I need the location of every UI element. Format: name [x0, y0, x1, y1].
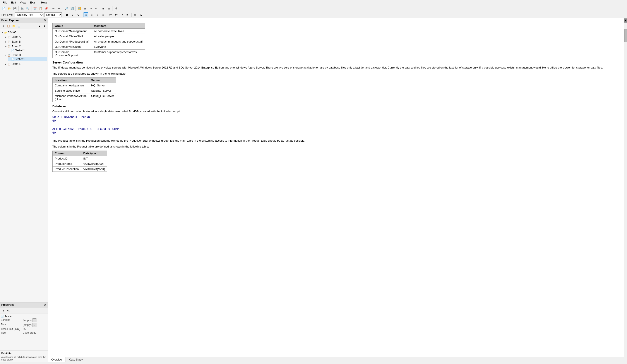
- align-left-button[interactable]: ≡: [84, 12, 88, 17]
- prop-exhibits-btn[interactable]: …: [33, 318, 36, 322]
- prop-timelimit-label: Time Limit (min.): [1, 328, 23, 331]
- table-row: OurDomain \CustomerSupportCustomer suppo…: [52, 50, 145, 58]
- root-expand-icon: ▼: [1, 31, 4, 34]
- tab-overview[interactable]: Overview: [48, 357, 65, 362]
- superscript-button[interactable]: x²: [133, 12, 138, 17]
- exam-a-icon: 📋: [7, 35, 11, 39]
- group-cell: OurDomain \CustomerSupport: [52, 50, 92, 58]
- prop-title-value: Case Study: [23, 331, 47, 334]
- italic-button[interactable]: I: [70, 12, 75, 17]
- tree-exam-d-node[interactable]: ▼ 📋 Exam D: [4, 53, 47, 57]
- new-btn[interactable]: 📄: [1, 6, 6, 11]
- copy-btn[interactable]: 📋: [38, 6, 43, 11]
- special-btn[interactable]: ⚙: [114, 6, 119, 11]
- find-btn[interactable]: 🔎: [64, 6, 69, 11]
- bold-button[interactable]: B: [65, 12, 69, 17]
- exam-a-expand-icon: ▶: [5, 36, 7, 38]
- explorer-btn2[interactable]: 📋: [6, 24, 11, 28]
- exam-b-expand-icon: ▶: [5, 41, 7, 43]
- tree-root-node[interactable]: ▼ 📁 70-465: [1, 31, 47, 35]
- testlet-1-d-node[interactable]: 📄 Testlet 1: [8, 57, 47, 61]
- tree-exam-a-node[interactable]: ▶ 📋 Exam A: [4, 35, 47, 39]
- indent-button[interactable]: ⇥: [120, 12, 124, 17]
- image-btn[interactable]: 🖼️: [77, 6, 82, 11]
- table-row: ProductIDINT: [52, 156, 107, 161]
- table-row: Satellite sales officeSatellite_Server: [52, 88, 116, 93]
- menu-help[interactable]: Help: [40, 0, 49, 4]
- groups-col-members: Members: [92, 23, 145, 29]
- menu-exam[interactable]: Exam: [28, 0, 39, 4]
- unordered-list-button[interactable]: ≔: [108, 12, 113, 17]
- location-cell: Company headquarters: [52, 83, 89, 88]
- scroll-thumb[interactable]: [624, 29, 627, 42]
- open-btn[interactable]: 📂: [6, 6, 12, 11]
- subscript-button[interactable]: x₂: [139, 12, 143, 17]
- exhibits-panel: Exhibits A collection of exhibits associ…: [0, 350, 48, 362]
- menu-edit[interactable]: Edit: [9, 0, 18, 4]
- table-btn[interactable]: ⊞: [82, 6, 88, 11]
- find-replace-btn[interactable]: 🔄: [69, 6, 75, 11]
- prop-tabs-btn[interactable]: …: [33, 323, 36, 327]
- check-btn[interactable]: ✔: [94, 6, 99, 11]
- testlet-1-c-node[interactable]: 📄 Testlet 1: [8, 49, 47, 52]
- tab-case-study[interactable]: Case Study: [66, 357, 86, 362]
- redo-btn[interactable]: ↪: [56, 6, 62, 11]
- explorer-up-btn[interactable]: ▲: [37, 24, 42, 28]
- code2-line2: GO: [52, 131, 620, 134]
- size-select[interactable]: Normal: [44, 12, 62, 17]
- scroll-up-btn[interactable]: ▲: [624, 18, 627, 23]
- collapse-btn[interactable]: ⊟: [106, 6, 112, 11]
- servers-table: Location Server Company headquartersHQ_S…: [52, 77, 116, 102]
- tree-exam-c: ▼ 📋 Exam C 📄 Testlet 1: [4, 44, 47, 53]
- content-scroll[interactable]: Group Members OurDomain\ManagementAll co…: [48, 18, 624, 357]
- font-style-select[interactable]: Ordinary Font: [15, 12, 43, 17]
- outdent-button[interactable]: ⇤: [125, 12, 130, 17]
- frame-btn[interactable]: ▭: [88, 6, 93, 11]
- prop-btn1[interactable]: ⊞: [1, 308, 6, 313]
- exam-c-children: 📄 Testlet 1: [4, 49, 47, 52]
- exam-tree: ▼ 📁 70-465 ▶ 📋 Exam A: [0, 29, 48, 302]
- product-table: Column Data type ProductIDINTProductName…: [52, 151, 107, 172]
- group-cell: OurDomain\Management: [52, 29, 92, 34]
- tree-exam-e-node[interactable]: ▶ 📋 Exam E: [4, 62, 47, 66]
- members-cell: Customer support representatives: [92, 50, 145, 58]
- servers-col-server: Server: [89, 78, 116, 83]
- underline-button[interactable]: U: [76, 12, 81, 17]
- explorer-btn4[interactable]: 📄: [17, 24, 21, 28]
- align-justify-button[interactable]: ≡: [101, 12, 105, 17]
- align-center-button[interactable]: ≡: [89, 12, 94, 17]
- align-right-button[interactable]: ≡: [95, 12, 100, 17]
- exam-explorer-title: Exam Explorer: [1, 19, 20, 22]
- tree-exam-e: ▶ 📋 Exam E: [4, 61, 47, 66]
- table-row: OurDomain\AllUsersEveryone: [52, 44, 145, 50]
- prop-row-tabs: Tabs (empty) …: [1, 323, 47, 327]
- exam-explorer-close[interactable]: ✕: [44, 19, 47, 22]
- sep-fmt: [63, 13, 63, 17]
- ordered-list-button[interactable]: ≔: [114, 12, 119, 17]
- expand-btn[interactable]: ⊞: [101, 6, 106, 11]
- explorer-down-btn[interactable]: ▼: [42, 24, 47, 28]
- tree-exam-c-node[interactable]: ▼ 📋 Exam C: [4, 45, 47, 49]
- group-cell: OurDomain\SalesStaff: [52, 34, 92, 39]
- testlet1d-expand-icon: [8, 58, 11, 60]
- column-cell: ProductDescription: [52, 166, 81, 171]
- prop-btn2[interactable]: A↓: [6, 308, 11, 313]
- exam-b-icon: 📋: [7, 40, 11, 44]
- save-btn[interactable]: 💾: [12, 6, 17, 11]
- exam-c-expand-icon: ▼: [5, 45, 7, 48]
- location-cell: Satellite sales office: [52, 88, 89, 93]
- cut-btn[interactable]: ✂️: [32, 6, 38, 11]
- explorer-btn1[interactable]: 🖥: [1, 24, 6, 28]
- undo-btn[interactable]: ↩: [51, 6, 56, 11]
- code1-line2: GO: [52, 119, 620, 122]
- menu-file[interactable]: File: [1, 0, 9, 4]
- menu-view[interactable]: View: [18, 0, 28, 4]
- properties-close[interactable]: ✕: [44, 303, 47, 307]
- prop-section-label: Testlet: [5, 315, 12, 317]
- print-btn[interactable]: 🖨️: [19, 6, 25, 11]
- explorer-btn3[interactable]: 📁: [11, 24, 16, 28]
- print-preview-btn[interactable]: 🔍: [25, 6, 30, 11]
- prop-row-timelimit: Time Limit (min.) 25: [1, 328, 47, 331]
- paste-btn[interactable]: 📌: [44, 6, 49, 11]
- tree-exam-b-node[interactable]: ▶ 📋 Exam B: [4, 40, 47, 44]
